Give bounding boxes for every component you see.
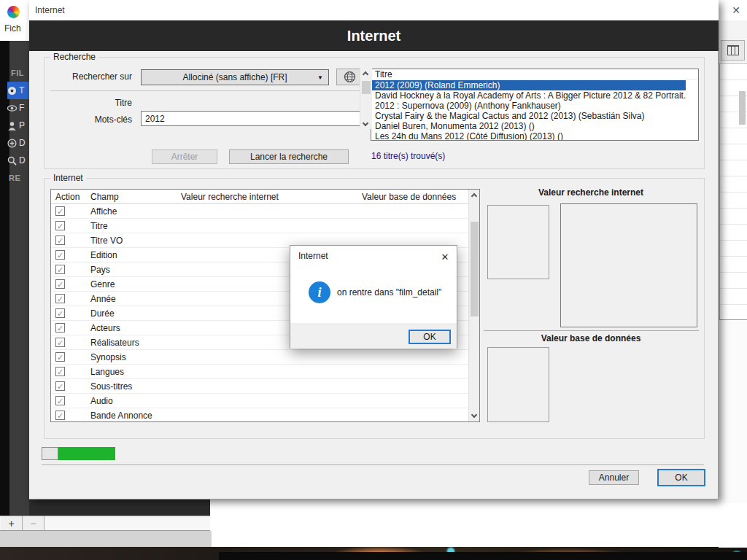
progress-bar <box>58 447 115 460</box>
field-row[interactable]: ✓Audio <box>51 394 468 408</box>
dialog-title: Internet <box>35 5 65 15</box>
message-box-title: Internet <box>298 251 328 261</box>
scroll-down-icon[interactable] <box>471 412 477 418</box>
field-row[interactable]: ✓Langues <box>51 365 468 379</box>
keywords-input[interactable]: 2012 <box>141 111 364 126</box>
checkbox-checked[interactable]: ✓ <box>55 338 65 347</box>
globe-icon <box>344 71 356 83</box>
scroll-up-icon[interactable] <box>471 193 477 199</box>
checkbox-checked[interactable]: ✓ <box>55 236 65 245</box>
close-icon[interactable]: ✕ <box>438 250 452 263</box>
column-valeur-bdd[interactable]: Valeur base de données <box>357 190 468 204</box>
sidebar-item[interactable]: T <box>7 82 29 99</box>
field-label: Année <box>90 292 116 306</box>
message-text: on rentre dans "film_detail" <box>337 287 454 298</box>
scroll-up-icon[interactable] <box>363 71 368 77</box>
sidebar-item[interactable]: F <box>7 99 29 117</box>
sidebar-item[interactable]: P <box>7 117 29 134</box>
ok-button[interactable]: OK <box>657 469 705 486</box>
results-column-header[interactable]: Titre <box>371 69 698 80</box>
sidebar-item-label: T <box>19 85 24 96</box>
checkbox-checked[interactable]: ✓ <box>55 411 65 420</box>
app-titlebar-fragment: Fich <box>0 0 29 41</box>
checkbox-checked[interactable]: ✓ <box>55 352 65 362</box>
provider-dropdown[interactable]: Allociné (sans affiche) [FR] ▼ <box>141 69 329 85</box>
checkbox-checked[interactable]: ✓ <box>55 206 65 216</box>
plus-circle-icon <box>7 139 17 148</box>
column-champ[interactable]: Champ <box>86 190 177 204</box>
result-row[interactable]: David Hockney à la Royal Academy of Arts… <box>371 90 686 101</box>
field-row[interactable]: ✓Synopsis <box>51 350 468 365</box>
taskbar-fragment <box>219 552 747 560</box>
sidebar-item-label: P <box>19 120 25 131</box>
fields-table-header: Action Champ Valeur recherche internet V… <box>51 190 468 204</box>
message-ok-button[interactable]: OK <box>409 330 451 344</box>
remove-button[interactable]: − <box>23 516 44 530</box>
internet-poster-box <box>487 205 549 279</box>
app-sidebar: FIL TFPDD RE <box>0 41 29 516</box>
checkbox-checked[interactable]: ✓ <box>55 367 65 376</box>
field-label: Affiche <box>90 204 117 219</box>
search-groupbox: Recherche Rechercher sur Allociné (sans … <box>44 57 705 169</box>
checkbox-checked[interactable]: ✓ <box>55 294 65 303</box>
scroll-down-icon[interactable] <box>363 120 368 126</box>
column-action[interactable]: Action <box>51 190 86 204</box>
checkbox-checked[interactable]: ✓ <box>55 381 65 391</box>
table-scrollbar[interactable] <box>468 190 480 421</box>
field-label: Edition <box>90 248 117 262</box>
checkbox-checked[interactable]: ✓ <box>55 265 65 274</box>
result-row[interactable]: Daniel Buren, Monumenta 2012 (2013) () <box>371 121 686 131</box>
column-valeur-internet[interactable]: Valeur recherche internet <box>177 190 357 204</box>
results-scrollbar[interactable] <box>360 69 372 129</box>
scrollbar-thumb[interactable] <box>362 81 371 94</box>
add-button[interactable]: + <box>1 516 23 530</box>
checkbox-checked[interactable]: ✓ <box>55 323 65 332</box>
divider <box>50 90 365 91</box>
columns-icon <box>727 45 739 55</box>
sidebar-item-label: D <box>19 138 26 148</box>
menu-file[interactable]: Fich <box>4 23 21 34</box>
field-row[interactable]: ✓Titre <box>51 219 468 233</box>
result-row[interactable]: Les 24h du Mans 2012 (Côté Diffusion) (2… <box>371 131 686 141</box>
result-row[interactable]: Crystal Fairy & the Magical Cactus and 2… <box>371 111 686 121</box>
results-count: 16 titre(s) trouvé(s) <box>371 151 445 161</box>
disc-icon <box>7 86 17 96</box>
field-label: Acteurs <box>90 321 120 335</box>
checkbox-checked[interactable]: ✓ <box>55 308 65 318</box>
field-row[interactable]: ✓Sous-titres <box>51 379 468 394</box>
field-label: Audio <box>90 394 113 408</box>
info-icon: i <box>309 281 330 303</box>
field-label: Réalisateurs <box>90 335 139 350</box>
sidebar-group-recherches: RE <box>9 174 20 182</box>
chevron-down-icon: ▼ <box>317 74 323 81</box>
person-icon <box>7 121 17 131</box>
cancel-button[interactable]: Annuler <box>589 470 639 485</box>
columns-view-button[interactable] <box>721 40 745 61</box>
field-label: Titre <box>52 98 132 108</box>
field-row[interactable]: ✓Affiche <box>51 204 468 219</box>
launch-search-button[interactable]: Lancer la recherche <box>229 149 349 164</box>
field-row[interactable]: ✓Bande Annonce <box>51 408 468 422</box>
close-icon[interactable]: ✕ <box>729 4 743 17</box>
dialog-titlebar[interactable]: Internet <box>29 0 719 20</box>
scrollbar-thumb[interactable] <box>471 222 479 316</box>
results-list: 2012 (2009) (Roland Emmerich)David Hockn… <box>371 80 698 141</box>
keywords-value: 2012 <box>145 114 165 124</box>
result-row[interactable]: 2012 : Supernova (2009) (Anthony Fankhau… <box>371 101 686 111</box>
checkbox-checked[interactable]: ✓ <box>55 396 65 405</box>
field-label: Titre VO <box>90 233 123 248</box>
eye-icon <box>7 104 17 113</box>
progress-track <box>42 447 58 460</box>
field-label: Durée <box>90 306 115 321</box>
checkbox-checked[interactable]: ✓ <box>55 250 65 260</box>
app-content-bottom <box>210 499 747 548</box>
scrollbar-thumb[interactable] <box>739 91 746 125</box>
provider-value: Allociné (sans affiche) [FR] <box>182 72 287 82</box>
dialog-header-title: Internet <box>347 28 400 44</box>
sidebar-item[interactable]: D <box>7 152 29 169</box>
checkbox-checked[interactable]: ✓ <box>55 279 65 289</box>
result-row[interactable]: 2012 (2009) (Roland Emmerich) <box>371 80 686 90</box>
checkbox-checked[interactable]: ✓ <box>55 221 65 230</box>
sidebar-item[interactable]: D <box>7 134 29 152</box>
message-box: Internet ✕ i on rentre dans "film_detail… <box>290 245 457 349</box>
